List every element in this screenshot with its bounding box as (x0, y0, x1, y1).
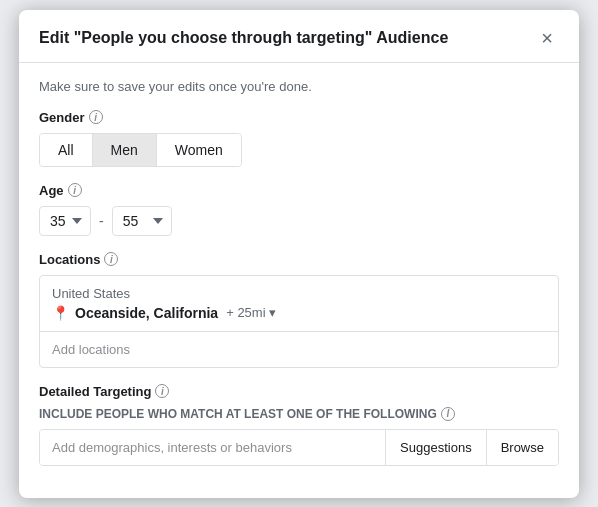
modal-header: Edit "People you choose through targetin… (19, 10, 579, 63)
browse-button[interactable]: Browse (486, 430, 558, 465)
targeting-btn-group: Suggestions Browse (385, 430, 558, 465)
gender-btn-all[interactable]: All (40, 134, 93, 166)
location-city-name: Oceanside, California (75, 305, 218, 321)
add-location-input[interactable]: Add locations (40, 332, 558, 367)
detailed-targeting-section: Detailed Targeting i INCLUDE people who … (39, 384, 559, 466)
include-label: INCLUDE people who match at least ONE of… (39, 407, 559, 421)
locations-info-icon[interactable]: i (104, 252, 118, 266)
include-info-icon[interactable]: i (441, 407, 455, 421)
detailed-targeting-label: Detailed Targeting i (39, 384, 559, 399)
location-region: United States 📍 Oceanside, California + … (40, 276, 558, 332)
location-country: United States (52, 286, 546, 301)
gender-button-group: All Men Women (39, 133, 242, 167)
locations-section: Locations i United States 📍 Oceanside, C… (39, 252, 559, 368)
targeting-search-input[interactable] (40, 430, 385, 465)
save-notice: Make sure to save your edits once you're… (39, 79, 559, 94)
age-section: Age i 18 21 25 30 35 40 45 50 55 60 65 - (39, 183, 559, 236)
location-city-row: 📍 Oceanside, California + 25mi ▾ (52, 305, 546, 321)
gender-info-icon[interactable]: i (89, 110, 103, 124)
radius-dropdown-button[interactable]: + 25mi ▾ (226, 305, 275, 320)
gender-btn-women[interactable]: Women (157, 134, 241, 166)
age-separator: - (99, 213, 104, 229)
locations-box: United States 📍 Oceanside, California + … (39, 275, 559, 368)
locations-label: Locations i (39, 252, 559, 267)
gender-btn-men[interactable]: Men (93, 134, 157, 166)
gender-label: Gender i (39, 110, 559, 125)
targeting-input-row: Suggestions Browse (39, 429, 559, 466)
age-min-select[interactable]: 18 21 25 30 35 40 45 50 55 60 65 (39, 206, 91, 236)
detailed-targeting-info-icon[interactable]: i (155, 384, 169, 398)
age-info-icon[interactable]: i (68, 183, 82, 197)
age-row: 18 21 25 30 35 40 45 50 55 60 65 - 18 21… (39, 206, 559, 236)
radius-chevron-icon: ▾ (269, 305, 276, 320)
close-button[interactable]: × (535, 26, 559, 50)
gender-section: Gender i All Men Women (39, 110, 559, 167)
modal-body: Make sure to save your edits once you're… (19, 63, 579, 498)
modal-title: Edit "People you choose through targetin… (39, 29, 448, 47)
age-max-select[interactable]: 18 21 25 30 35 40 45 50 55 60 65+ (112, 206, 172, 236)
edit-audience-modal: Edit "People you choose through targetin… (19, 10, 579, 498)
age-label: Age i (39, 183, 559, 198)
pin-icon: 📍 (52, 305, 69, 321)
suggestions-button[interactable]: Suggestions (386, 430, 486, 465)
